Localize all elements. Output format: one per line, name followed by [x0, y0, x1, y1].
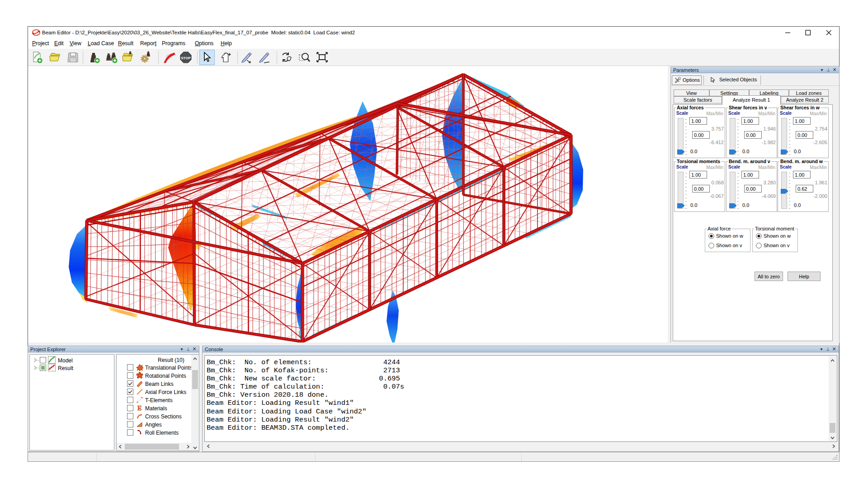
svg-text:STOP: STOP	[181, 56, 191, 60]
svg-text:E: E	[137, 405, 142, 412]
